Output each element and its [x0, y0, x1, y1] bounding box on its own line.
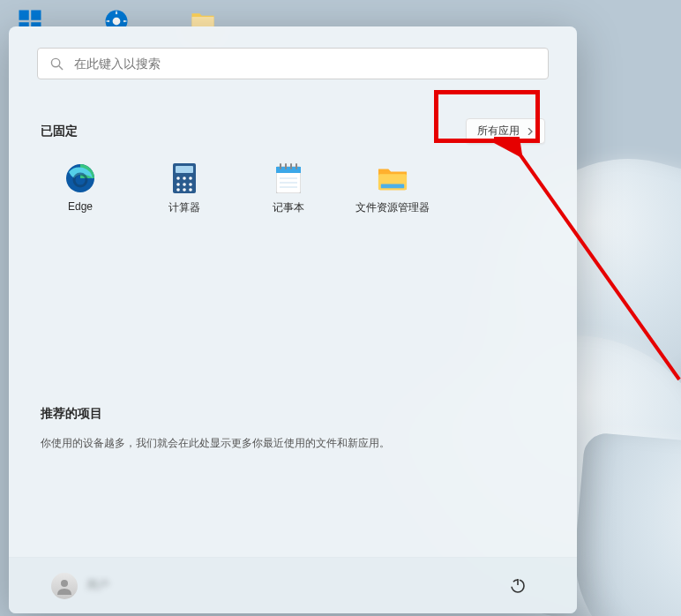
svg-point-16	[183, 183, 186, 186]
pinned-header: 已固定 所有应用	[41, 118, 545, 144]
recommended-section: 推荐的项目 你使用的设备越多，我们就会在此处显示更多你最近使用的文件和新应用。	[9, 395, 577, 451]
svg-point-32	[61, 580, 68, 587]
app-label: 记事本	[273, 200, 304, 215]
search-box[interactable]	[37, 48, 549, 79]
svg-point-17	[189, 183, 192, 186]
svg-point-18	[176, 188, 180, 192]
edge-icon	[65, 163, 95, 193]
power-button[interactable]	[501, 569, 535, 603]
svg-rect-11	[176, 166, 193, 173]
notepad-icon	[273, 163, 303, 193]
pinned-app-notepad[interactable]: 记事本	[249, 160, 328, 219]
svg-point-14	[189, 177, 192, 180]
search-container	[9, 26, 577, 90]
svg-rect-24	[285, 163, 287, 169]
search-icon	[50, 57, 64, 71]
svg-point-20	[189, 188, 192, 192]
user-account-button[interactable]: 用户	[51, 573, 109, 599]
all-apps-button[interactable]: 所有应用	[466, 118, 545, 144]
app-label: 文件资源管理器	[355, 200, 430, 215]
pinned-title: 已固定	[41, 124, 78, 139]
svg-point-13	[183, 177, 186, 180]
pinned-app-calculator[interactable]: 计算器	[145, 160, 224, 219]
start-menu: 已固定 所有应用 Edge 计算器	[9, 26, 577, 613]
svg-point-15	[176, 183, 180, 186]
chevron-right-icon	[527, 128, 534, 135]
pinned-grid: Edge 计算器 记事本 文件资源管理器	[41, 160, 545, 219]
svg-point-5	[113, 18, 121, 26]
all-apps-label: 所有应用	[477, 124, 520, 139]
file-explorer-icon	[378, 163, 408, 193]
user-avatar-icon	[51, 573, 78, 599]
svg-rect-31	[381, 184, 404, 189]
svg-point-12	[176, 177, 180, 180]
app-label: Edge	[68, 200, 93, 213]
svg-rect-25	[290, 163, 292, 169]
pinned-section: 已固定 所有应用 Edge 计算器	[9, 90, 577, 219]
start-menu-footer: 用户	[9, 557, 577, 613]
svg-rect-0	[19, 11, 29, 20]
recommended-title: 推荐的项目	[41, 406, 545, 422]
user-name-label: 用户	[86, 578, 109, 593]
svg-point-6	[51, 58, 59, 66]
pinned-app-edge[interactable]: Edge	[41, 160, 120, 219]
svg-rect-26	[296, 163, 297, 169]
power-icon	[510, 578, 526, 594]
pinned-app-file-explorer[interactable]: 文件资源管理器	[353, 160, 432, 219]
svg-line-7	[59, 65, 63, 69]
svg-rect-23	[280, 163, 281, 169]
svg-rect-1	[31, 11, 41, 20]
recommended-empty-text: 你使用的设备越多，我们就会在此处显示更多你最近使用的文件和新应用。	[41, 436, 545, 451]
svg-point-19	[183, 188, 186, 192]
calculator-icon	[169, 163, 199, 193]
search-input[interactable]	[74, 56, 535, 71]
app-label: 计算器	[168, 200, 200, 215]
